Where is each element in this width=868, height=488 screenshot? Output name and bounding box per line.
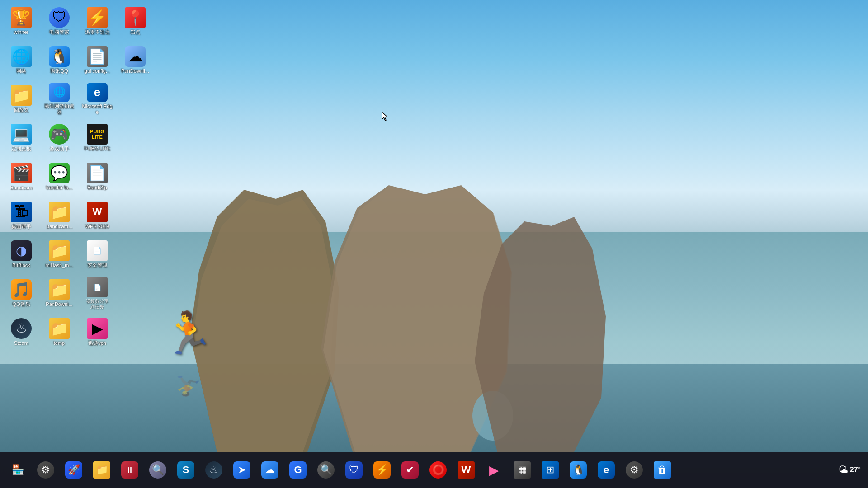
tb-thunder-icon: ⚡ [373,461,391,479]
weather-icon: 🌤 [838,464,848,476]
weather-widget[interactable]: 🌤 27° [835,462,864,478]
icon-column-0: 🏆 winner 🛡 电脑管家 ⚡ 迅雷不迭达 📍 岿点 [2,2,154,351]
tb-settings-btn[interactable]: ⚙ [621,457,647,483]
icon-checkpoint[interactable]: 📍 岿点 [117,3,153,39]
tb-thunder-btn[interactable]: ⚡ [369,457,395,483]
checkpoint-icon: 📍 [125,7,146,28]
tb-recycle-btn[interactable]: 🗑 [649,457,675,483]
icon-youxi-zhushou[interactable]: 🎮 游戏助手 [41,120,77,156]
icon-qqmusic-label: QQ音乐 [12,301,30,307]
tb-lens-btn[interactable]: 🔍 [313,457,339,483]
icon-bandicam-folder-label: Bandicam... [46,224,72,230]
desktop: 🏃 🏃 🏆 winner 🛡 电脑管家 ⚡ 迅雷不迭达 [0,0,868,488]
icon-wps[interactable]: W WPS 2019 [79,197,115,234]
jisuanji-icon: 🌐 [49,83,70,102]
huifang-icon: 📁 [11,85,32,106]
icon-baoguoguanli-label: 视频剪分享到任务 [86,299,108,310]
icon-zhuomian[interactable]: 💻 定制桌板 [3,120,39,156]
icon-anquan-label: 安全管理 [87,263,107,268]
icon-bandicam-label: Bandicam [10,185,33,191]
tb-wps-btn[interactable]: W [453,457,479,483]
icon-microsoft-edge[interactable]: e Microsoft Edge [79,81,115,117]
taskbar: 🏪 ⚙ 🚀 📁 il 🔍 S ♨ ➤ ☁ G [0,452,868,488]
icon-huifang[interactable]: 📁 回放文 [3,81,39,117]
tb-zhidian-btn[interactable]: 🏪 [5,457,31,483]
tb-zhidian-icon: 🏪 [9,461,26,479]
icon-transfer[interactable]: 📄 BandiZip [79,159,115,195]
icon-baoguoguanli[interactable]: 📄 视频剪分享到任务 [79,275,115,311]
desktop-icons-grid: 🏆 winner 🛡 电脑管家 ⚡ 迅雷不迭达 📍 岿点 [2,2,154,351]
icon-winner-label: winner [14,29,28,35]
tb-arrow-btn[interactable]: ▶ [481,457,507,483]
icon-jisuanji[interactable]: 🌐 腾讯网游加速器 [41,81,77,117]
tb-windows-btn[interactable]: ⊞ [537,457,563,483]
icon-pandownload[interactable]: 📁 PanDownl... [41,275,77,311]
tb-rocket-btn[interactable]: 🚀 [61,457,87,483]
tb-nav-btn[interactable]: ➤ [229,457,255,483]
runner-silhouette: 🏃 [163,310,213,357]
icon-winner[interactable]: 🏆 winner [3,3,39,39]
tb-mgr-icon: ▦ [514,461,531,479]
wangluo-icon: 🌐 [11,46,32,67]
tb-mgr-btn[interactable]: ▦ [509,457,535,483]
icon-bitblock[interactable]: ◑ BitBlock [3,236,39,272]
icon-steam-desktop-label: Steam [14,340,28,346]
icon-milliash[interactable]: 📁 milliash_m... [41,236,77,272]
icon-qqmusic[interactable]: 🎵 QQ音乐 [3,275,39,311]
tb-red-app-icon: ⭕ [429,461,447,479]
icon-bandicam-folder[interactable]: 📁 Bandicam... [41,197,77,234]
jiasuvpn-icon: ▶ [87,318,108,339]
icon-bandicam[interactable]: 🎬 Bandicam [3,159,39,195]
tb-sogou-icon: S [177,461,194,479]
icon-jinduyueda[interactable]: ⚡ 迅雷不迭达 [79,3,115,39]
baoguoguanli-icon: 📄 [87,277,108,297]
icon-pandownli-label: PanDownli... [121,68,149,74]
tb-steam-btn[interactable]: ♨ [201,457,227,483]
bandizip-icon: 🗜 [11,202,32,222]
icon-steam-desktop[interactable]: ♨ Steam [3,314,39,350]
icon-jiasuvpn[interactable]: ▶ 迅游vpn [79,314,115,350]
icon-bandizip[interactable]: 🗜 桌面帮手 [3,197,39,234]
icon-anquan[interactable]: 📄 安全管理 [79,236,115,272]
icon-gui-config-label: gui config... [85,68,110,74]
tb-geek-btn[interactable]: G [285,457,311,483]
icon-temp[interactable]: 📁 temp [41,314,77,350]
tb-cloud-btn[interactable]: ☁ [257,457,283,483]
icon-pubg[interactable]: PUBGLITE PUBG LITE [79,120,115,156]
icon-jinduyueda-label: 迅雷不迭达 [85,29,110,35]
tb-geek-icon: G [289,461,307,479]
tb-gear-btn[interactable]: ⚙ [33,457,59,483]
icon-pandownli[interactable]: ☁ PanDownli... [117,42,153,78]
runner-reflection: 🏃 [169,375,204,397]
tb-qq-btn[interactable]: 🐧 [565,457,591,483]
icon-gui-config[interactable]: 📄 gui config... [79,42,115,78]
tb-sogou-btn[interactable]: S [173,457,199,483]
tb-task-icon: ✔ [401,461,419,479]
system-tray: 🌤 27° [835,462,864,478]
winner-icon: 🏆 [11,7,32,28]
tb-task-btn[interactable]: ✔ [397,457,423,483]
icon-youxi-label: 游戏助手 [49,146,69,152]
tb-windows-icon: ⊞ [542,461,559,479]
wps-icon: W [87,202,108,222]
icon-wangluo[interactable]: 🌐 网络 [3,42,39,78]
tb-cloud-icon: ☁ [261,461,278,479]
icon-edge-label: Microsoft Edge [81,103,113,115]
icon-wechat[interactable]: 💬 transfer fo... [41,159,77,195]
tb-dict-btn[interactable]: il [117,457,143,483]
icon-huifang-label: 回放文 [14,107,29,113]
tb-folder-btn[interactable]: 📁 [89,457,115,483]
icon-diannao-guanjia[interactable]: 🛡 电脑管家 [41,3,77,39]
tb-search-btn[interactable]: 🔍 [145,457,171,483]
pubg-icon: PUBGLITE [87,124,108,145]
bandicam-folder-icon: 📁 [49,202,70,222]
icon-pandownload-label: PanDownl... [46,301,72,307]
tb-shield-btn[interactable]: 🛡 [341,457,367,483]
qqmusic-icon: 🎵 [11,279,32,300]
tb-search-icon: 🔍 [149,461,166,479]
anquan-icon: 📄 [87,240,108,261]
tb-red-app-btn[interactable]: ⭕ [425,457,451,483]
icon-qqtengxun[interactable]: 🐧 腾讯QQ [41,42,77,78]
gui-config-icon: 📄 [87,46,108,67]
tb-edge-btn[interactable]: e [593,457,619,483]
